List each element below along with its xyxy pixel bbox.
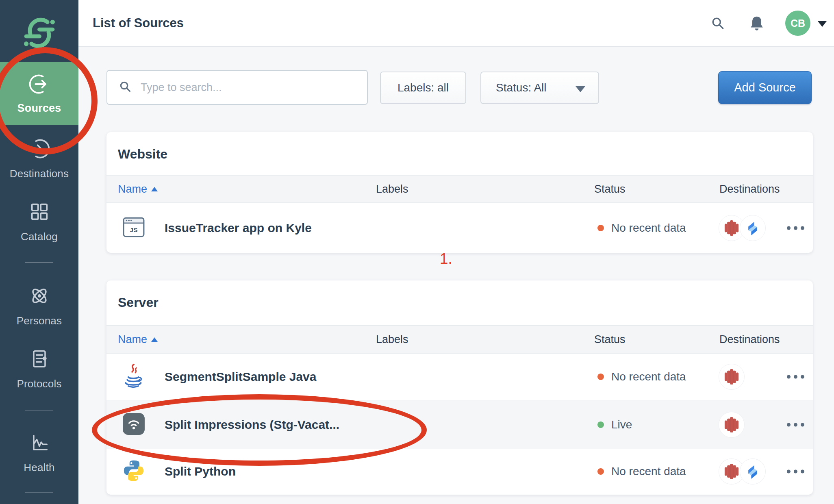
table-row[interactable]: JS IssueTracker app on Kyle No recent da… [106, 203, 813, 253]
row-options-button[interactable] [784, 373, 807, 381]
page-title: List of Sources [93, 0, 184, 46]
table-header-row: Name Labels Status Destinations [106, 325, 813, 354]
labels-filter-button[interactable]: Labels: all [380, 72, 466, 104]
status-text: No recent data [611, 222, 686, 235]
blue-s-icon[interactable] [740, 215, 766, 241]
sort-ascending-icon [151, 337, 158, 342]
sidebar-item-personas[interactable]: Personas [0, 285, 78, 327]
table-row[interactable]: Split Impressions (Stg-Vacat... Live [106, 400, 813, 449]
account-menu-caret-icon[interactable] [818, 21, 827, 27]
status-dot [597, 421, 604, 428]
destination-badges [719, 215, 766, 241]
row-options-button[interactable] [784, 467, 807, 476]
sidebar: Sources Destinations Cata [0, 0, 78, 504]
sidebar-item-catalog[interactable]: Catalog [0, 200, 78, 243]
protocols-icon [0, 348, 78, 372]
notifications-bell-icon[interactable] [748, 0, 765, 46]
dropdown-caret-icon [576, 86, 585, 92]
status-filter-dropdown[interactable]: Status: All [480, 72, 599, 104]
sidebar-item-protocols[interactable]: Protocols [0, 348, 78, 390]
destinations-icon [0, 137, 78, 162]
blue-s-icon[interactable] [740, 458, 766, 484]
sidebar-item-label: Catalog [0, 230, 78, 243]
user-avatar[interactable]: CB [785, 11, 810, 36]
sidebar-item-label: Sources [0, 102, 78, 115]
sources-page: Sources Destinations Cata [0, 0, 834, 504]
add-source-button[interactable]: Add Source [718, 71, 812, 104]
row-options-button[interactable] [784, 224, 807, 232]
java-icon [122, 363, 145, 390]
labels-filter-label: Labels: all [397, 81, 449, 94]
search-input[interactable] [140, 81, 367, 94]
sidebar-divider [25, 262, 53, 263]
redshift-icon[interactable] [719, 364, 745, 390]
wifi-icon [122, 412, 146, 437]
column-header-name[interactable]: Name [118, 176, 158, 202]
source-status: No recent data [597, 222, 686, 235]
status-text: Live [611, 418, 632, 431]
top-bar: List of Sources CB [78, 0, 834, 47]
search-icon [118, 79, 132, 96]
column-header-labels: Labels [376, 176, 408, 202]
status-text: No recent data [611, 465, 686, 478]
source-status: Live [597, 418, 632, 431]
column-header-labels: Labels [376, 326, 408, 353]
redshift-icon[interactable] [719, 412, 745, 438]
source-search-field [106, 70, 368, 105]
status-text: No recent data [611, 370, 686, 383]
health-icon [0, 431, 78, 456]
table-header-row: Name Labels Status Destinations [106, 175, 813, 203]
source-name-link[interactable]: Split Impressions (Stg-Vacat... [165, 418, 339, 432]
status-dot [597, 225, 604, 231]
source-name-link[interactable]: IssueTracker app on Kyle [165, 221, 312, 235]
sidebar-divider [25, 492, 53, 493]
sidebar-item-label: Personas [0, 315, 78, 327]
column-header-name[interactable]: Name [118, 326, 158, 353]
sidebar-divider [25, 410, 53, 411]
sort-ascending-icon [151, 187, 158, 191]
website-sources-card: Website Name Labels Status Destinations … [106, 132, 813, 253]
segment-logo-icon[interactable] [21, 15, 58, 53]
status-dot [597, 468, 604, 475]
annotation-step-number: 1. [440, 250, 452, 267]
sidebar-item-label: Destinations [0, 167, 78, 180]
source-status: No recent data [597, 465, 686, 478]
table-row[interactable]: Split Python No recent data [106, 449, 813, 494]
name-header-label: Name [118, 183, 147, 196]
column-header-destinations: Destinations [719, 176, 780, 202]
catalog-icon [0, 200, 78, 225]
source-status: No recent data [597, 370, 686, 383]
python-icon [122, 459, 146, 484]
destination-badges [719, 458, 766, 484]
sidebar-item-label: Health [0, 461, 78, 474]
sidebar-item-destinations[interactable]: Destinations [0, 137, 78, 180]
svg-text:JS: JS [130, 226, 138, 233]
section-title: Server [118, 295, 159, 310]
global-search-icon[interactable] [710, 0, 726, 46]
status-filter-label: Status: All [496, 81, 547, 94]
source-name-link[interactable]: Split Python [165, 465, 236, 478]
sources-icon [0, 73, 78, 97]
table-row[interactable]: SegmentSplitSample Java No recent data [106, 354, 813, 400]
row-options-button[interactable] [784, 420, 807, 429]
sidebar-item-label: Protocols [0, 378, 78, 390]
column-header-status: Status [594, 326, 626, 353]
destination-badges [719, 364, 745, 390]
destination-badges [719, 412, 745, 438]
source-name-link[interactable]: SegmentSplitSample Java [165, 370, 316, 384]
column-header-status: Status [594, 176, 626, 202]
sidebar-item-sources[interactable]: Sources [0, 62, 78, 125]
sidebar-item-health[interactable]: Health [0, 431, 78, 474]
name-header-label: Name [118, 333, 147, 346]
javascript-browser-icon: JS [122, 216, 146, 240]
personas-icon [0, 285, 78, 309]
status-dot [597, 374, 604, 380]
column-header-destinations: Destinations [719, 326, 780, 353]
section-title: Website [118, 147, 167, 162]
server-sources-card: Server Name Labels Status Destinations [106, 280, 813, 495]
